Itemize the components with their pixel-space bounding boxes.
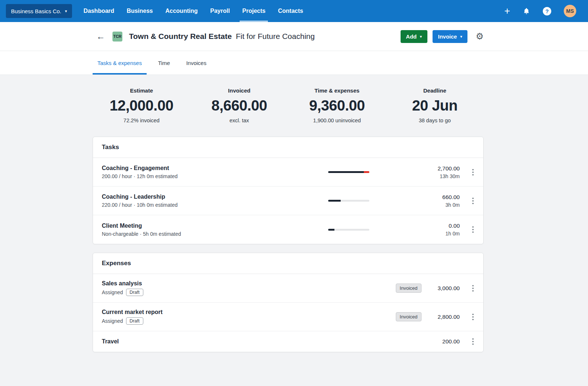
kebab-menu-icon[interactable] [460,198,474,204]
back-arrow-icon[interactable]: ← [93,32,110,41]
task-name: Client Meeting [102,223,328,229]
nav-item-dashboard[interactable]: Dashboard [77,0,121,22]
nav-item-projects[interactable]: Projects [236,0,272,22]
task-time-logged: 1h 0m [401,231,460,237]
task-row[interactable]: Coaching - Engagement 200.00 / hour · 12… [93,158,483,187]
task-row[interactable]: Coaching - Leadership 220.00 / hour · 10… [93,187,483,215]
project-name: Fit for Future Coaching [236,32,315,41]
top-navbar: Business Basics Co. ▾ Dashboard Business… [0,0,588,22]
draft-badge: Draft [126,289,143,296]
expense-amount: 2,800.00 [422,314,460,320]
task-amount: 660.00 [401,194,460,201]
expense-name: Sales analysis [102,280,396,287]
task-progress-bar [328,200,369,202]
stat-invoiced: Invoiced 8,660.00 excl. tax [190,87,288,123]
stat-time-expenses: Time & expenses 9,360.00 1,900.00 uninvo… [288,87,386,123]
tasks-card: Tasks Coaching - Engagement 200.00 / hou… [93,137,484,244]
task-name: Coaching - Engagement [102,165,328,172]
page-title: Town & Country Real Estate Fit for Futur… [129,32,315,41]
kebab-menu-icon[interactable] [460,314,474,320]
stat-estimate: Estimate 12,000.00 72.2% invoiced [93,87,190,123]
expense-assigned-label: Assigned [102,289,123,295]
invoiced-badge: Invoiced [396,312,422,321]
tabs-band: Tasks & expenses Time Invoices [0,51,588,75]
client-name: Town & Country Real Estate [129,32,232,41]
add-new-icon[interactable]: + [504,6,510,16]
expenses-card-title: Expenses [93,253,483,274]
draft-badge: Draft [126,317,143,325]
help-icon[interactable]: ? [543,7,551,15]
expense-assigned-label: Assigned [102,318,123,324]
page-header-band: ← TCR Town & Country Real Estate Fit for… [0,22,588,51]
main-nav: Dashboard Business Accounting Payroll Pr… [77,0,309,22]
task-time-logged: 13h 30m [401,173,460,179]
nav-item-payroll[interactable]: Payroll [204,0,236,22]
navbar-right: + ? MS [504,5,582,17]
expense-name: Travel [102,338,422,345]
client-initials-badge: TCR [112,32,122,42]
expense-row[interactable]: Travel 200.00 [93,331,483,352]
nav-item-accounting[interactable]: Accounting [159,0,204,22]
invoice-button[interactable]: Invoice ▾ [433,30,468,43]
kebab-menu-icon[interactable] [460,226,474,233]
tab-time[interactable]: Time [153,51,175,75]
org-selector[interactable]: Business Basics Co. ▾ [6,4,72,18]
expense-row[interactable]: Current market report Assigned Draft Inv… [93,303,483,331]
task-time-logged: 3h 0m [401,202,460,208]
tasks-card-title: Tasks [93,137,483,158]
task-progress-bar [328,171,369,173]
chevron-down-icon: ▾ [460,35,462,39]
nav-item-contacts[interactable]: Contacts [272,0,309,22]
task-name: Coaching - Leadership [102,194,328,200]
task-detail: Non-chargeable · 5h 0m estimated [102,231,328,237]
expense-name: Current market report [102,309,396,315]
chevron-down-icon: ▾ [420,35,422,39]
notifications-bell-icon[interactable] [523,7,530,15]
tab-tasks-expenses[interactable]: Tasks & expenses [93,51,147,75]
expense-amount: 3,000.00 [422,285,460,292]
task-detail: 220.00 / hour · 10h 0m estimated [102,202,328,208]
org-selector-label: Business Basics Co. [11,8,61,14]
chevron-down-icon: ▾ [65,9,67,14]
invoiced-badge: Invoiced [396,284,422,293]
kebab-menu-icon[interactable] [460,285,474,292]
task-progress-bar [328,229,369,231]
expenses-card: Expenses Sales analysis Assigned Draft I… [93,253,484,352]
gear-icon[interactable]: ⚙ [476,32,484,41]
task-amount: 0.00 [401,223,460,229]
project-stats: Estimate 12,000.00 72.2% invoiced Invoic… [93,87,484,123]
stat-deadline: Deadline 20 Jun 38 days to go [386,87,484,123]
expense-amount: 200.00 [422,338,460,345]
kebab-menu-icon[interactable] [460,169,474,176]
task-amount: 2,700.00 [401,165,460,172]
task-detail: 200.00 / hour · 12h 0m estimated [102,173,328,179]
kebab-menu-icon[interactable] [460,338,474,345]
expense-row[interactable]: Sales analysis Assigned Draft Invoiced 3… [93,274,483,303]
add-button[interactable]: Add ▾ [401,30,427,43]
tab-invoices[interactable]: Invoices [182,51,211,75]
avatar[interactable]: MS [564,5,576,17]
task-row[interactable]: Client Meeting Non-chargeable · 5h 0m es… [93,215,483,244]
nav-item-business[interactable]: Business [121,0,159,22]
